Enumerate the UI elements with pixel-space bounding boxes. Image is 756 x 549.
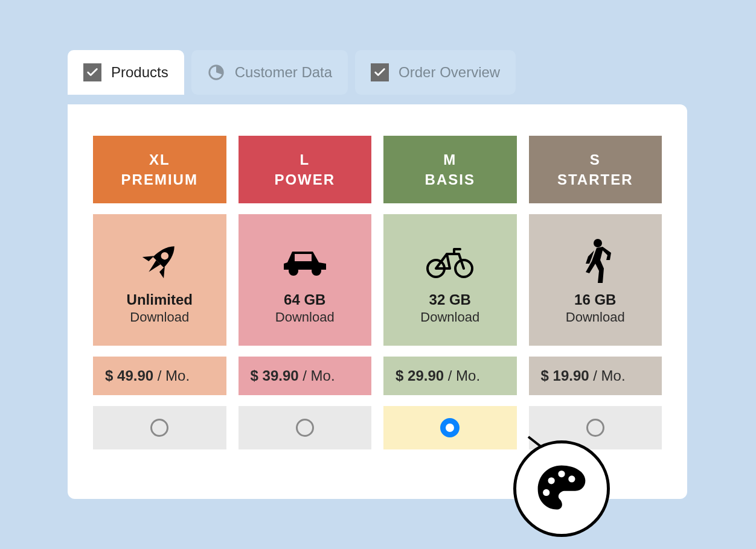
palette-icon [534, 460, 589, 517]
price-amount: 39.90 [263, 367, 299, 384]
plan-quota-sub: Download [566, 309, 625, 325]
radio-icon [440, 418, 460, 437]
plan-select-m[interactable] [383, 406, 517, 449]
price-amount: 49.90 [117, 367, 153, 384]
tab-label: Order Overview [399, 64, 500, 81]
pricing-grid: XL PREMIUM L POWER M BASIS S STARTER [93, 136, 662, 449]
check-icon [371, 63, 389, 81]
tab-label: Customer Data [235, 64, 332, 81]
plan-quota: 32 GB [429, 291, 471, 308]
svg-point-9 [558, 471, 565, 477]
tab-order-overview[interactable]: Order Overview [355, 50, 516, 95]
plan-name: PREMIUM [121, 170, 198, 189]
walking-person-icon [577, 235, 613, 288]
plan-header-m-basis: M BASIS [383, 136, 517, 203]
plan-select-l[interactable] [239, 406, 372, 449]
products-panel: XL PREMIUM L POWER M BASIS S STARTER [68, 104, 687, 499]
plan-size: L [300, 150, 310, 169]
currency: $ [396, 367, 403, 384]
plan-name: STARTER [557, 170, 633, 189]
plan-price-m: $ 29.90 / Mo. [383, 357, 517, 395]
plan-header-s-starter: S STARTER [529, 136, 662, 203]
plan-quota-sub: Download [130, 309, 189, 325]
currency: $ [541, 367, 549, 384]
plan-quota: Unlimited [127, 291, 193, 308]
plan-size: M [443, 150, 456, 169]
price-period: / Mo. [303, 367, 335, 384]
currency: $ [105, 367, 113, 384]
callout-palette [513, 440, 610, 537]
svg-rect-4 [295, 254, 312, 261]
price-period: / Mo. [593, 367, 625, 384]
plan-feature-m: 32 GB Download [383, 214, 517, 346]
price-period: / Mo. [158, 367, 190, 384]
svg-point-8 [548, 477, 555, 484]
plan-header-l-power: L POWER [239, 136, 372, 203]
plan-header-xl-premium: XL PREMIUM [93, 136, 226, 203]
tab-customer-data[interactable]: Customer Data [191, 50, 348, 95]
svg-point-2 [289, 266, 298, 276]
plan-quota-sub: Download [420, 309, 479, 325]
svg-point-3 [312, 266, 321, 276]
plan-name: POWER [274, 170, 335, 189]
radio-icon [150, 419, 168, 437]
tab-products[interactable]: Products [68, 50, 184, 95]
svg-point-11 [543, 489, 549, 496]
plan-feature-xl: Unlimited Download [93, 214, 226, 346]
rocket-icon [135, 235, 184, 288]
price-amount: 19.90 [553, 367, 589, 384]
radio-icon [586, 419, 604, 437]
pie-chart-icon [207, 63, 225, 81]
plan-quota: 64 GB [284, 291, 325, 308]
plan-quota: 16 GB [574, 291, 616, 308]
price-period: / Mo. [448, 367, 480, 384]
svg-point-10 [568, 475, 575, 482]
plan-price-s: $ 19.90 / Mo. [529, 357, 662, 395]
svg-point-7 [594, 239, 602, 247]
plan-feature-s: 16 GB Download [529, 214, 662, 346]
plan-size: XL [149, 150, 170, 169]
radio-icon [296, 419, 314, 437]
price-amount: 29.90 [408, 367, 444, 384]
currency: $ [251, 367, 258, 384]
car-icon [279, 235, 331, 288]
tabs-bar: Products Customer Data Order Overview [68, 50, 516, 95]
plan-price-xl: $ 49.90 / Mo. [93, 357, 226, 395]
plan-name: BASIS [425, 170, 475, 189]
check-icon [83, 63, 101, 81]
plan-size: S [590, 150, 601, 169]
tab-label: Products [111, 64, 168, 81]
bicycle-icon [424, 235, 476, 288]
plan-price-l: $ 39.90 / Mo. [239, 357, 372, 395]
plan-select-xl[interactable] [93, 406, 226, 449]
plan-quota-sub: Download [275, 309, 335, 325]
plan-feature-l: 64 GB Download [239, 214, 372, 346]
